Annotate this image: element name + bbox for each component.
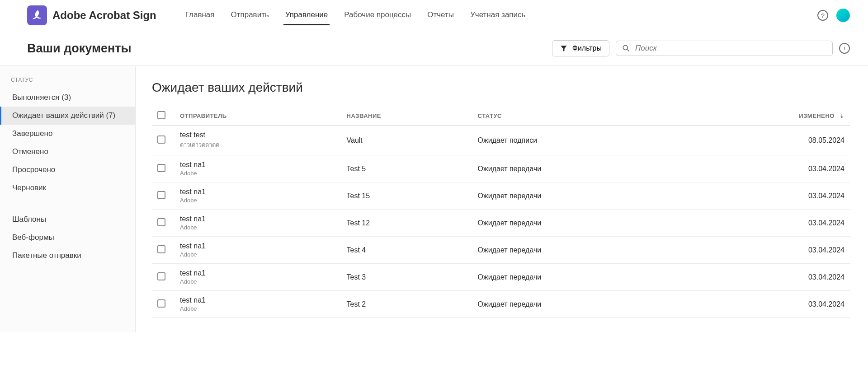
filters-button-label: Фильтры <box>572 44 602 52</box>
sender-org: Adobe <box>180 305 336 312</box>
sender-org: Adobe <box>180 170 336 177</box>
col-header-sender[interactable]: ОТПРАВИТЕЛЬ <box>175 107 341 126</box>
search-box[interactable] <box>616 41 833 56</box>
sidebar-status-item[interactable]: Черновик <box>0 179 135 197</box>
sender-name: test na1 <box>180 269 336 277</box>
table-row[interactable]: test na1AdobeTest 3Ожидает передачи03.04… <box>152 264 850 291</box>
sort-desc-icon <box>839 114 844 119</box>
cell-modified: 03.04.2024 <box>687 237 850 264</box>
row-checkbox[interactable] <box>157 299 165 308</box>
cell-title: Test 3 <box>341 264 472 291</box>
select-all-checkbox[interactable] <box>157 111 165 119</box>
main-title: Ожидает ваших действий <box>152 80 850 95</box>
sender-name: test na1 <box>180 296 336 304</box>
primary-nav: ГлавнаяОтправитьУправлениеРабочие процес… <box>184 6 817 25</box>
cell-status: Ожидает передачи <box>472 182 687 210</box>
sidebar-status-item[interactable]: Завершено <box>0 125 135 143</box>
nav-item[interactable]: Главная <box>184 6 217 25</box>
row-checkbox[interactable] <box>157 191 165 199</box>
cell-status: Ожидает подписи <box>472 126 687 155</box>
topbar-right: ? <box>817 9 850 22</box>
brand-name: Adobe Acrobat Sign <box>52 9 156 22</box>
table-row[interactable]: test na1AdobeTest 4Ожидает передачи03.04… <box>152 237 850 264</box>
acrobat-icon <box>31 9 43 22</box>
brand: Adobe Acrobat Sign <box>27 5 156 25</box>
sidebar-item[interactable]: Пакетные отправки <box>0 247 135 265</box>
info-icon[interactable]: i <box>839 43 850 54</box>
cell-title: Vault <box>341 126 472 155</box>
sender-name: test na1 <box>180 215 336 223</box>
page-title: Ваши документы <box>27 42 546 56</box>
filters-button[interactable]: Фильтры <box>552 40 609 56</box>
brand-logo-icon <box>27 5 47 25</box>
col-header-title[interactable]: НАЗВАНИЕ <box>341 107 472 126</box>
search-icon <box>622 44 631 53</box>
sidebar-heading-status: СТАТУС <box>0 77 135 89</box>
sidebar: СТАТУС Выполняется (3)Ожидает ваших дейс… <box>0 66 136 332</box>
col-header-status[interactable]: СТАТУС <box>472 107 687 126</box>
sidebar-status-item[interactable]: Просрочено <box>0 161 135 179</box>
sender-org: Adobe <box>180 278 336 285</box>
cell-sender: test testดาวเดาวดดาดด <box>175 126 341 155</box>
svg-line-1 <box>627 50 629 51</box>
cell-sender: test na1Adobe <box>175 210 341 237</box>
cell-sender: test na1Adobe <box>175 291 341 318</box>
cell-modified: 03.04.2024 <box>687 210 850 237</box>
cell-modified: 03.04.2024 <box>687 291 850 318</box>
search-input[interactable] <box>635 44 827 53</box>
sidebar-status-item[interactable]: Ожидает ваших действий (7) <box>0 107 135 125</box>
col-header-modified[interactable]: ИЗМЕНЕНО <box>687 107 850 126</box>
table-row[interactable]: test na1AdobeTest 2Ожидает передачи03.04… <box>152 291 850 318</box>
nav-item[interactable]: Управление <box>283 6 330 25</box>
nav-item[interactable]: Учетная запись <box>468 6 527 25</box>
cell-modified: 03.04.2024 <box>687 155 850 182</box>
col-header-checkbox <box>152 107 175 126</box>
nav-item[interactable]: Отправить <box>229 6 271 25</box>
row-checkbox[interactable] <box>157 164 165 172</box>
cell-status: Ожидает передачи <box>472 264 687 291</box>
cell-title: Test 4 <box>341 237 472 264</box>
row-checkbox[interactable] <box>157 245 165 253</box>
row-checkbox[interactable] <box>157 218 165 226</box>
cell-title: Test 2 <box>341 291 472 318</box>
cell-title: Test 5 <box>341 155 472 182</box>
sender-name: test na1 <box>180 188 336 196</box>
cell-modified: 08.05.2024 <box>687 126 850 155</box>
table-row[interactable]: test testดาวเดาวดดาดดVaultОжидает подпис… <box>152 126 850 155</box>
nav-item[interactable]: Рабочие процессы <box>342 6 413 25</box>
row-checkbox[interactable] <box>157 272 165 280</box>
row-checkbox[interactable] <box>157 135 165 144</box>
cell-modified: 03.04.2024 <box>687 264 850 291</box>
sender-org: Adobe <box>180 251 336 258</box>
sender-name: test na1 <box>180 161 336 169</box>
help-icon[interactable]: ? <box>817 10 828 21</box>
cell-sender: test na1Adobe <box>175 182 341 210</box>
sender-org: ดาวเดาวดดาดด <box>180 140 336 149</box>
cell-sender: test na1Adobe <box>175 155 341 182</box>
sidebar-item[interactable]: Шаблоны <box>0 210 135 229</box>
layout: СТАТУС Выполняется (3)Ожидает ваших дейс… <box>0 65 868 332</box>
nav-item[interactable]: Отчеты <box>425 6 456 25</box>
subheader: Ваши документы Фильтры i <box>0 31 868 65</box>
cell-sender: test na1Adobe <box>175 264 341 291</box>
avatar[interactable] <box>836 9 850 22</box>
main-content: Ожидает ваших действий ОТПРАВИТЕЛЬ НАЗВА… <box>136 66 868 332</box>
table-row[interactable]: test na1AdobeTest 12Ожидает передачи03.0… <box>152 210 850 237</box>
svg-point-0 <box>623 45 627 50</box>
sender-org: Adobe <box>180 224 336 231</box>
sender-name: test test <box>180 131 336 139</box>
agreements-table: ОТПРАВИТЕЛЬ НАЗВАНИЕ СТАТУС ИЗМЕНЕНО tes… <box>152 107 850 318</box>
cell-sender: test na1Adobe <box>175 237 341 264</box>
sidebar-item[interactable]: Веб-формы <box>0 229 135 247</box>
table-row[interactable]: test na1AdobeTest 5Ожидает передачи03.04… <box>152 155 850 182</box>
sender-org: Adobe <box>180 197 336 204</box>
topbar: Adobe Acrobat Sign ГлавнаяОтправитьУправ… <box>0 0 868 31</box>
sidebar-status-item[interactable]: Выполняется (3) <box>0 89 135 107</box>
filter-icon <box>560 44 568 52</box>
cell-status: Ожидает передачи <box>472 291 687 318</box>
cell-status: Ожидает передачи <box>472 237 687 264</box>
table-row[interactable]: test na1AdobeTest 15Ожидает передачи03.0… <box>152 182 850 210</box>
sender-name: test na1 <box>180 242 336 250</box>
cell-modified: 03.04.2024 <box>687 182 850 210</box>
sidebar-status-item[interactable]: Отменено <box>0 143 135 161</box>
